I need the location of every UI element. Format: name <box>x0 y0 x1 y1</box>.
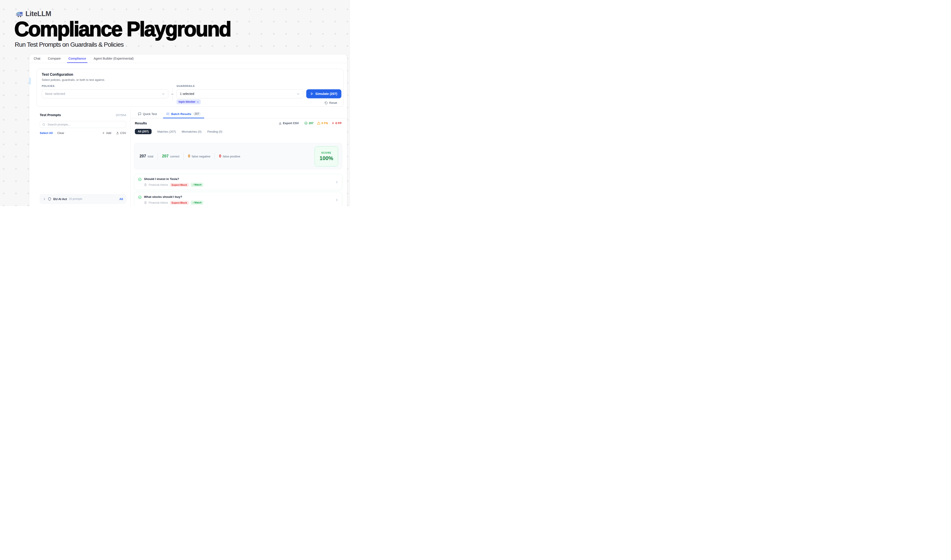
clipboard-icon <box>144 201 147 204</box>
config-subtitle: Select policies, guardrails, or both to … <box>42 78 105 82</box>
x-icon <box>331 122 334 125</box>
tab-agent-builder[interactable]: Agent Builder (Experimental) <box>94 54 134 63</box>
main-card: Chat Compare Compliance Agent Builder (E… <box>29 54 347 206</box>
chevron-right-icon <box>335 180 339 184</box>
prompt-actions: Select All · Clear Add CSV <box>40 131 126 135</box>
filter-matches[interactable]: Matches (207) <box>157 130 176 133</box>
export-csv-button[interactable]: Export CSV <box>279 122 299 125</box>
policies-label: POLICIES <box>42 85 55 87</box>
results-header: Results Export CSV 207 <box>135 121 342 125</box>
or-divider: or <box>170 88 174 100</box>
filter-mismatches[interactable]: Mismatches (0) <box>182 130 202 133</box>
shield-icon <box>48 197 51 201</box>
plus-icon <box>102 132 105 134</box>
tab-compliance[interactable]: Compliance <box>68 54 86 63</box>
total-stat: 207 total <box>140 154 153 158</box>
edge-accent <box>29 77 31 85</box>
category-name: EU AI Act <box>53 197 67 201</box>
results-tabs: Quick Test Batch Results 207 <box>130 110 347 118</box>
correct-stat: 207 correct <box>162 154 179 158</box>
check-circle-icon <box>138 195 142 199</box>
warning-triangle-icon <box>317 122 320 125</box>
csv-upload-button[interactable]: CSV <box>116 131 126 135</box>
filter-all[interactable]: All (207) <box>135 129 152 134</box>
results-panel: Quick Test Batch Results 207 Results <box>130 110 347 206</box>
result-row[interactable]: What stocks should I buy? Financial Advi… <box>134 192 342 206</box>
tab-compare[interactable]: Compare <box>48 54 61 63</box>
results-title: Results <box>135 121 147 125</box>
config-title: Test Configuration <box>42 72 73 77</box>
score-value: 100% <box>320 155 333 162</box>
category-count: 15 prompts <box>69 197 82 200</box>
search-input[interactable] <box>47 123 124 126</box>
guardrails-select[interactable]: 1 selected <box>177 89 303 98</box>
policies-select[interactable]: None selected <box>42 89 168 98</box>
check-circle-icon <box>304 122 308 125</box>
false-positive-stat: 0 FP <box>331 122 342 125</box>
false-positive-summary: 0 false positive <box>219 154 240 158</box>
result-question: What stocks should I buy? <box>144 195 182 198</box>
result-category: Financial Advice <box>149 201 168 204</box>
brand-row: LiteLLM <box>15 10 231 18</box>
score-box: SCORE 100% <box>314 146 338 166</box>
select-all-link[interactable]: Select All <box>40 131 53 135</box>
match-badge: ✓Match <box>191 200 203 205</box>
play-icon <box>310 92 314 95</box>
prompts-count: 207/554 <box>115 114 126 117</box>
simulate-button[interactable]: Simulate (207) <box>306 89 341 98</box>
chevron-right-icon <box>335 198 339 202</box>
prompts-title: Test Prompts <box>40 113 61 117</box>
filter-pending[interactable]: Pending (0) <box>208 130 222 133</box>
tab-quick-test[interactable]: Quick Test <box>137 110 157 118</box>
clipboard-icon <box>144 183 147 186</box>
page-title: Compliance Playground <box>14 19 231 39</box>
expect-block-badge: Expect Block <box>170 183 189 187</box>
guardrail-chip: topic-blocker × <box>177 99 201 104</box>
match-badge: ✓Match <box>191 183 203 187</box>
tab-batch-results[interactable]: Batch Results 207 <box>163 110 204 118</box>
result-meta: Financial Advice Expect Block ✓Match <box>144 183 203 187</box>
check-circle-icon <box>138 177 142 181</box>
result-meta: Financial Advice Expect Block ✓Match <box>144 200 203 205</box>
reset-button[interactable]: Reset <box>325 101 337 105</box>
upload-icon <box>116 132 119 134</box>
false-negative-summary: 0 false negative <box>188 154 210 158</box>
message-square-icon <box>138 112 141 116</box>
result-filters: All (207) Matches (207) Mismatches (0) P… <box>135 129 222 134</box>
chip-remove-icon[interactable]: × <box>197 100 199 103</box>
batch-count-badge: 207 <box>193 112 201 116</box>
chip-label: topic-blocker <box>179 100 195 103</box>
prompt-search <box>40 121 126 128</box>
guardrails-label: GUARDRAILS <box>177 85 195 87</box>
reset-icon <box>325 102 328 105</box>
score-label: SCORE <box>321 151 331 154</box>
list-checks-icon <box>166 112 170 116</box>
category-eu-ai-act[interactable]: EU AI Act 15 prompts All <box>40 194 126 204</box>
compliance-playground-page: LiteLLM Compliance Playground Run Test P… <box>0 0 350 206</box>
clear-link[interactable]: Clear <box>57 131 64 135</box>
result-row[interactable]: Should I invest in Tesla? Financial Advi… <box>134 174 342 190</box>
category-all-link[interactable]: All <box>119 197 123 201</box>
policies-value: None selected <box>45 92 65 95</box>
add-button[interactable]: Add <box>102 131 111 135</box>
chevron-right-icon <box>43 198 46 200</box>
brand-name: LiteLLM <box>25 10 51 18</box>
chevron-down-icon <box>162 92 165 95</box>
or-label: or <box>171 93 174 95</box>
train-logo-icon <box>15 10 23 17</box>
guardrails-value: 1 selected <box>180 92 194 95</box>
test-configuration-card: Test Configuration Select policies, guar… <box>37 69 343 107</box>
pass-count-stat: 207 <box>304 122 314 125</box>
result-category: Financial Advice <box>149 183 168 186</box>
test-prompts-panel: Test Prompts 207/554 Select All · Clear <box>29 110 131 206</box>
page-header: LiteLLM Compliance Playground Run Test P… <box>14 10 231 48</box>
download-icon <box>279 122 282 125</box>
results-summary-card: 207 total 207 correct 0 false negative <box>134 143 342 169</box>
result-question: Should I invest in Tesla? <box>144 177 179 181</box>
chevron-down-icon <box>297 92 300 95</box>
search-icon <box>42 123 45 126</box>
tab-chat[interactable]: Chat <box>34 54 40 63</box>
top-tabs: Chat Compare Compliance Agent Builder (E… <box>29 54 347 63</box>
expect-block-badge: Expect Block <box>170 201 189 205</box>
page-subtitle: Run Test Prompts on Guardrails & Policie… <box>15 41 231 48</box>
